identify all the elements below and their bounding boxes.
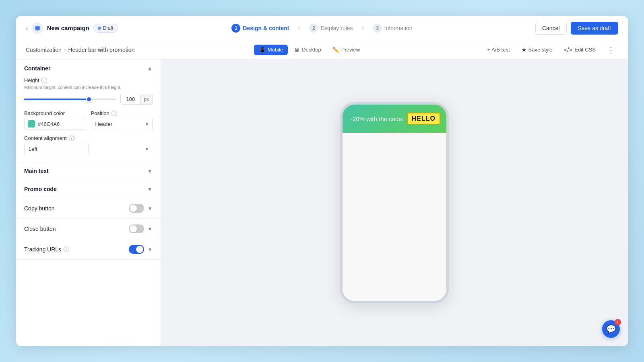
more-options-button[interactable]: ⋮ [604, 43, 618, 56]
promo-code-section: Promo code ▼ [16, 180, 161, 198]
copy-button-label: Copy button [24, 205, 55, 212]
view-mobile-label: Mobile [268, 47, 283, 53]
save-draft-button[interactable]: Save as draft [571, 22, 619, 35]
main-text-chevron-icon: ▼ [147, 168, 153, 174]
bg-color-col: Background color [24, 110, 86, 130]
close-button-section: Close button ▼ [16, 219, 161, 239]
step-3[interactable]: 3 Information [367, 21, 418, 35]
close-button-controls: ▼ [129, 224, 153, 233]
campaign-title: New campaign [47, 25, 89, 31]
promo-code-header[interactable]: Promo code ▼ [16, 180, 161, 198]
draft-dot [98, 27, 101, 30]
tracking-urls-chevron-icon[interactable]: ▼ [147, 247, 153, 253]
save-style-button[interactable]: ★ Save style [518, 45, 556, 55]
container-section-header[interactable]: Container ▲ [16, 60, 161, 77]
alignment-select-wrap: Left Center Right ▼ [24, 143, 153, 155]
view-controls: 📱 Mobile 🖥 Desktop ✏️ Preview [254, 45, 365, 55]
chat-button[interactable]: 💬 1 [602, 320, 620, 338]
breadcrumb-separator: › [64, 47, 66, 53]
view-desktop-label: Desktop [302, 47, 321, 53]
copy-button-controls: ▼ [129, 204, 153, 213]
mobile-icon: 📱 [259, 47, 266, 53]
tracking-urls-section: Tracking URLs i ▼ [16, 239, 161, 260]
breadcrumb-bar: Customization › Header bar with promotio… [16, 40, 628, 60]
chat-badge: 1 [615, 319, 621, 325]
tracking-info-icon[interactable]: i [64, 247, 69, 252]
preview-icon: ✏️ [332, 47, 339, 53]
nav-right: Cancel Save as draft [470, 22, 618, 35]
height-label: Height i [24, 77, 153, 83]
ab-test-button[interactable]: + A/B test [484, 45, 513, 54]
container-chevron-icon: ▲ [147, 65, 153, 72]
draft-badge: Draft [93, 24, 118, 33]
edit-css-label: Edit CSS [574, 47, 596, 53]
edit-css-button[interactable]: </> Edit CSS [561, 45, 599, 55]
view-mobile-button[interactable]: 📱 Mobile [254, 45, 288, 55]
position-col: Position i Header Footer Floating ▼ [91, 110, 153, 130]
height-slider-track[interactable] [24, 99, 116, 100]
copy-button-toggle[interactable] [129, 204, 144, 213]
position-info-icon[interactable]: i [111, 111, 117, 116]
container-section-title: Container [24, 65, 50, 72]
close-button-left: Close button [24, 226, 56, 232]
height-slider-thumb[interactable] [86, 97, 92, 102]
copy-button-chevron-icon[interactable]: ▼ [147, 206, 153, 212]
bg-color-swatch[interactable] [28, 120, 35, 128]
toolbar-actions: + A/B test ★ Save style </> Edit CSS ⋮ [484, 43, 618, 56]
alignment-select-arrow: ▼ [144, 146, 149, 152]
height-slider-row: px [24, 94, 153, 105]
copy-button-knob [130, 205, 137, 212]
step-1[interactable]: 1 Design & content [226, 21, 295, 35]
bg-color-input[interactable] [24, 118, 86, 130]
height-input-wrap: px [120, 94, 153, 105]
draft-label: Draft [103, 25, 114, 31]
close-button-row: Close button ▼ [16, 219, 161, 239]
step-3-num: 3 [373, 24, 382, 33]
alignment-info-icon[interactable]: i [69, 136, 74, 141]
main-text-title: Main text [24, 168, 49, 174]
height-input[interactable] [121, 94, 140, 104]
back-icon[interactable]: ‹ [26, 25, 28, 31]
cancel-button[interactable]: Cancel [535, 22, 567, 35]
promo-text: -20% with the code: [351, 115, 404, 122]
close-button-chevron-icon[interactable]: ▼ [147, 226, 153, 232]
bg-color-label: Background color [24, 110, 86, 116]
nav-left: ‹ New campaign Draft [26, 23, 174, 34]
preview-area: -20% with the code: HELLO 💬 1 [161, 60, 628, 346]
tracking-urls-label: Tracking URLs [24, 246, 61, 253]
view-preview-button[interactable]: ✏️ Preview [328, 45, 365, 55]
alignment-field: Content alignment i Left Center Right ▼ [24, 135, 153, 155]
breadcrumb-current: Header bar with promotion [68, 47, 134, 53]
breadcrumb: Customization › Header bar with promotio… [26, 47, 134, 53]
close-button-toggle[interactable] [129, 224, 144, 233]
bg-position-row: Background color Position i [24, 110, 153, 130]
copy-button-row: Copy button ▼ [16, 198, 161, 218]
view-desktop-button[interactable]: 🖥 Desktop [289, 45, 326, 55]
tracking-urls-toggle[interactable] [129, 245, 144, 254]
bg-color-value[interactable] [38, 121, 66, 127]
promo-code-title: Promo code [24, 186, 57, 192]
copy-button-section: Copy button ▼ [16, 198, 161, 219]
alignment-select[interactable]: Left Center Right [24, 143, 89, 155]
view-preview-label: Preview [341, 47, 360, 53]
height-unit: px [140, 95, 152, 104]
breadcrumb-parent[interactable]: Customization [26, 47, 62, 53]
star-icon: ★ [521, 46, 526, 53]
phone-mockup: -20% with the code: HELLO [340, 102, 449, 303]
step-sep-2: › [362, 24, 364, 32]
container-section-body: Height i Minimum height, content can inc… [16, 77, 161, 162]
position-select-wrap: Header Footer Floating ▼ [91, 118, 153, 130]
save-style-label: Save style [528, 47, 553, 53]
tracking-urls-knob [136, 246, 143, 253]
step-3-label: Information [384, 25, 413, 31]
sidebar: Container ▲ Height i Minimum height, con… [16, 60, 161, 346]
ab-test-label: + A/B test [487, 47, 510, 53]
step-2[interactable]: 2 Display rules [303, 21, 358, 35]
container-section: Container ▲ Height i Minimum height, con… [16, 60, 161, 162]
height-info-icon[interactable]: i [41, 78, 47, 83]
close-button-label: Close button [24, 226, 56, 232]
main-text-header[interactable]: Main text ▼ [16, 162, 161, 180]
step-2-label: Display rules [320, 25, 353, 31]
position-select[interactable]: Header Footer Floating [91, 118, 153, 130]
desktop-icon: 🖥 [294, 47, 300, 53]
